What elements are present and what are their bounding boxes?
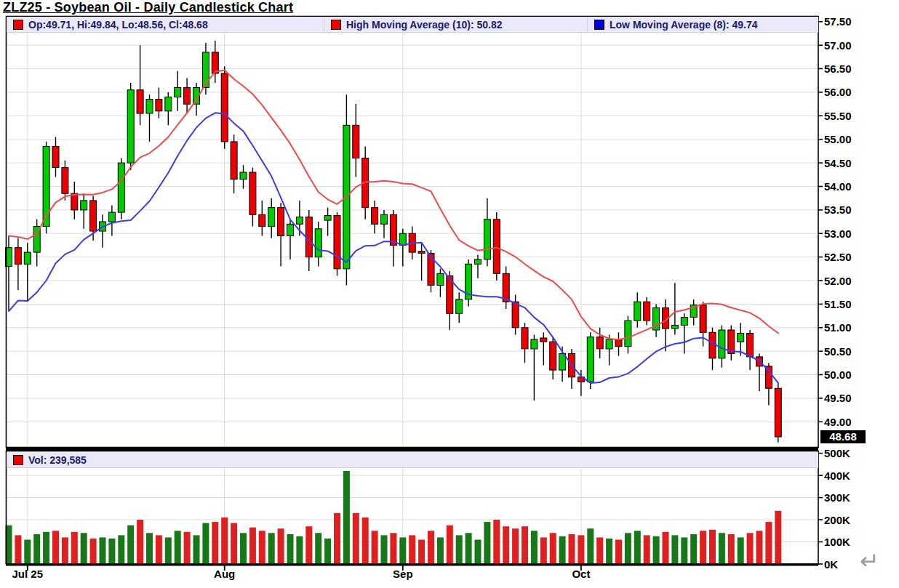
candle-body bbox=[625, 321, 631, 347]
candle-body bbox=[324, 216, 331, 221]
high-ma-legend-label: High Moving Average (10): 50.82 bbox=[346, 19, 502, 31]
volume-bar bbox=[278, 528, 284, 564]
price-gridlines bbox=[7, 22, 818, 422]
volume-bar bbox=[43, 532, 49, 564]
volume-bar bbox=[221, 517, 228, 564]
volume-legend-swatch-icon bbox=[13, 455, 23, 465]
volume-bar bbox=[625, 533, 631, 564]
volume-bar bbox=[634, 531, 641, 564]
candle-body bbox=[212, 52, 218, 73]
volume-bars bbox=[6, 471, 782, 564]
volume-bar bbox=[372, 531, 378, 564]
volume-bar bbox=[156, 535, 162, 564]
volume-bar bbox=[399, 537, 406, 564]
volume-bar bbox=[108, 539, 115, 564]
candle-body bbox=[184, 88, 191, 105]
candle-body bbox=[15, 248, 21, 265]
candle-body bbox=[484, 220, 490, 259]
volume-bar bbox=[466, 533, 472, 564]
volume-bar bbox=[146, 533, 153, 564]
volume-bar bbox=[127, 525, 134, 564]
volume-bar bbox=[175, 531, 181, 564]
volume-bar bbox=[315, 533, 321, 564]
volume-bar bbox=[52, 531, 59, 564]
candle-body bbox=[671, 326, 678, 329]
volume-bar bbox=[418, 540, 425, 565]
volume-bar bbox=[663, 532, 669, 564]
volume-bar bbox=[165, 537, 172, 564]
candle-body bbox=[765, 366, 772, 388]
volume-bar bbox=[653, 536, 660, 564]
volume-bar bbox=[775, 511, 781, 564]
ohlc-legend-swatch-icon bbox=[13, 20, 23, 30]
candle-body bbox=[437, 273, 444, 285]
volume-bar bbox=[287, 534, 294, 564]
volume-bar bbox=[728, 534, 735, 564]
ohlc-legend-label: Op:49.71, Hi:49.84, Lo:48.56, Cl:48.68 bbox=[28, 19, 208, 31]
candle-body bbox=[700, 305, 706, 333]
candle-body bbox=[146, 100, 153, 113]
volume-bar bbox=[671, 535, 678, 564]
volume-bar bbox=[747, 533, 754, 564]
volume-bar bbox=[381, 535, 388, 564]
volume-bar bbox=[512, 528, 519, 564]
volume-bar bbox=[503, 526, 509, 564]
volume-bar bbox=[587, 528, 594, 564]
low-ma-legend-label: Low Moving Average (8): 49.74 bbox=[610, 19, 758, 31]
candle-body bbox=[372, 208, 378, 225]
volume-bar bbox=[578, 535, 584, 564]
candle-body bbox=[221, 73, 228, 142]
legend-item-ohlc: Op:49.71, Hi:49.84, Lo:48.56, Cl:48.68 bbox=[7, 17, 324, 32]
volume-bar bbox=[493, 520, 500, 564]
legend-item-volume: Vol: 239,585 bbox=[7, 452, 324, 467]
volume-bar bbox=[531, 531, 538, 564]
volume-bar bbox=[709, 530, 716, 564]
volume-bar bbox=[681, 537, 687, 564]
volume-bar bbox=[353, 513, 359, 564]
volume-bar bbox=[240, 533, 247, 564]
candle-body bbox=[719, 330, 725, 358]
volume-bar bbox=[24, 540, 31, 565]
candle-body bbox=[137, 90, 143, 113]
candle-body bbox=[108, 212, 115, 222]
candle-body bbox=[709, 332, 716, 358]
candle-body bbox=[165, 97, 172, 110]
volume-bar bbox=[569, 534, 575, 564]
candle-body bbox=[231, 142, 237, 180]
volume-bar bbox=[550, 533, 556, 564]
legend-item-low-ma: Low Moving Average (8): 49.74 bbox=[588, 17, 818, 32]
volume-bar bbox=[390, 533, 396, 564]
chart-page: ZLZ25 - Soybean Oil - Daily Candlestick … bbox=[0, 0, 899, 588]
candle-body bbox=[268, 208, 275, 227]
volume-bar bbox=[118, 535, 124, 564]
volume-bar bbox=[193, 535, 200, 564]
volume-bar bbox=[738, 537, 744, 564]
candle-body bbox=[738, 334, 744, 342]
candle-body bbox=[118, 163, 124, 212]
candle-body bbox=[644, 302, 650, 321]
volume-bar bbox=[259, 531, 265, 564]
candle-body bbox=[334, 216, 340, 269]
volume-bar bbox=[475, 540, 482, 565]
volume-bar bbox=[428, 531, 434, 564]
volume-bar bbox=[81, 533, 87, 564]
candle-body bbox=[259, 214, 265, 226]
legend-item-high-ma: High Moving Average (10): 50.82 bbox=[324, 17, 588, 32]
volume-panel-legend: Vol: 239,585 bbox=[7, 452, 818, 468]
candlestick-chart-svg bbox=[0, 0, 899, 588]
volume-bar bbox=[212, 522, 218, 564]
candle-body bbox=[175, 88, 181, 97]
candle-body bbox=[278, 208, 284, 236]
candle-body bbox=[390, 214, 396, 245]
candle-body bbox=[52, 146, 59, 167]
candle-body bbox=[531, 339, 538, 349]
volume-bar bbox=[137, 520, 143, 564]
candle-body bbox=[775, 388, 781, 437]
volume-bar bbox=[268, 533, 275, 564]
candle-body bbox=[587, 337, 594, 382]
volume-bar bbox=[700, 531, 706, 564]
volume-bar bbox=[362, 517, 369, 564]
volume-bar bbox=[756, 531, 763, 564]
candle-body bbox=[399, 233, 406, 245]
volume-bar bbox=[15, 535, 21, 564]
